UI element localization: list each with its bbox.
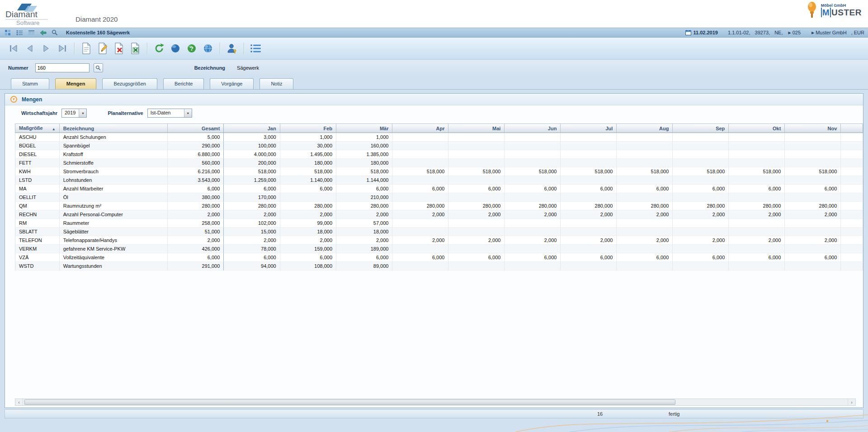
table-row[interactable]: LSTDLohnstunden3.543,0001.259,0001.140,0…	[15, 176, 863, 185]
col-header-okt[interactable]: Okt	[729, 123, 785, 133]
table-row[interactable]: OELLITÖl380,000170,000210,000	[15, 193, 863, 202]
excel-export-button[interactable]	[128, 41, 142, 56]
diamant-window: Diamant Software Diamant 2020 Möbel GmbH…	[0, 0, 868, 432]
menu-icon[interactable]	[249, 41, 263, 56]
nummer-input[interactable]	[35, 63, 90, 72]
company-name[interactable]: Muster GmbH	[816, 30, 846, 35]
app-title: Diamant 2020	[75, 15, 118, 23]
col-header-aug[interactable]: Aug	[617, 123, 673, 133]
lookup-button[interactable]	[94, 63, 103, 72]
delete-record-button[interactable]	[112, 41, 126, 56]
last-record-button[interactable]	[55, 41, 70, 56]
collapse-chevron-icon[interactable]: ▾	[10, 96, 17, 103]
region-code: NE,	[774, 30, 783, 35]
scrollbar-thumb[interactable]	[24, 399, 675, 405]
table-row[interactable]: MAAnzahl Mitarbeiter6,0006,0006,0006,000…	[15, 185, 863, 193]
table-row[interactable]: VERKMgefahrene KM Service-PKW426,00078,0…	[15, 245, 863, 253]
detail-view-icon[interactable]	[27, 29, 35, 36]
col-header-apr[interactable]: Apr	[392, 123, 448, 133]
table-row[interactable]: SBLATTSägeblätter51,00015,00018,00018,00…	[15, 228, 863, 236]
tab-bezugsgrößen[interactable]: Bezugsgrößen	[102, 78, 157, 89]
context-title: Kostenstelle 160 Sägewerk	[66, 30, 130, 35]
system-date: 11.02.2019	[693, 30, 718, 35]
table-row[interactable]: RECHNAnzahl Personal-Computer2,0002,0002…	[15, 210, 863, 219]
record-header-row: Nummer Bezeichnung Sägewerk	[0, 60, 868, 76]
table-row[interactable]: FETTSchmierstoffe560,000200,000180,00018…	[15, 159, 863, 167]
table-row[interactable]: TELEFONTelefonapparate/Handys2,0002,0002…	[15, 236, 863, 245]
planalternative-value: Ist-Daten	[148, 109, 184, 117]
svg-text:Software: Software	[16, 19, 39, 26]
tab-mengen[interactable]: Mengen	[55, 78, 97, 89]
session-number: 39273,	[755, 30, 770, 35]
site-marker-icon: ▶	[788, 31, 791, 35]
section-header: ▾ Mengen	[5, 94, 863, 105]
first-record-button[interactable]	[6, 41, 21, 56]
col-header-mär[interactable]: Mär	[336, 123, 392, 133]
quantities-table: Maßgröße▲BezeichnungGesamtJanFebMärAprMa…	[15, 123, 863, 271]
horizontal-scrollbar[interactable]: ‹ ›	[15, 399, 856, 406]
table-row[interactable]: WSTDWartungsstunden291,00094,000108,0008…	[15, 262, 863, 271]
col-header-jun[interactable]: Jun	[505, 123, 561, 133]
table-row[interactable]: RMRaummeter258,000102,00099,00057,000	[15, 219, 863, 228]
diamant-logo: Diamant Software	[5, 2, 72, 27]
next-record-button[interactable]	[39, 41, 53, 56]
planalternative-label: Planalternative	[108, 110, 143, 116]
filter-row: Wirtschaftsjahr 2019 ▼ Planalternative I…	[5, 105, 863, 121]
help-icon[interactable]: ?	[184, 41, 199, 56]
table-row[interactable]: KWHStromverbrauch6.216,000518,000518,000…	[15, 167, 863, 176]
new-record-button[interactable]	[79, 41, 94, 56]
footer	[0, 418, 868, 432]
table-row[interactable]: QMRaumnutzung m²280,000280,000280,000280…	[15, 202, 863, 210]
col-header-gesamt[interactable]: Gesamt	[168, 123, 224, 133]
col-header-jul[interactable]: Jul	[561, 123, 617, 133]
toolbar-separator	[220, 43, 220, 54]
table-row[interactable]: ASCHUAnzahl Schulungen5,0003,0001,0001,0…	[15, 133, 863, 142]
user-permissions-icon[interactable]	[225, 41, 239, 56]
dropdown-arrow-icon[interactable]: ▼	[184, 109, 192, 117]
main-toolbar: ?	[0, 38, 868, 60]
table-row[interactable]: BÜGELSpannbügel290,000100,00030,000160,0…	[15, 142, 863, 150]
tab-stamm[interactable]: Stamm	[11, 78, 49, 89]
tab-berichte[interactable]: Berichte	[163, 78, 204, 89]
wirtschaftsjahr-select[interactable]: 2019 ▼	[61, 109, 87, 118]
table-row[interactable]: VZÄVollzeitäquivalente6,0006,0006,0006,0…	[15, 253, 863, 262]
bezeichnung-value: Sägewerk	[237, 65, 259, 71]
edit-record-button[interactable]	[95, 41, 110, 56]
col-header-filler	[841, 123, 863, 133]
lamp-icon	[806, 1, 818, 19]
planalternative-select[interactable]: Ist-Daten ▼	[147, 109, 192, 118]
previous-record-button[interactable]	[23, 41, 37, 56]
bezeichnung-label: Bezeichnung	[194, 65, 225, 71]
table-body: ASCHUAnzahl Schulungen5,0003,0001,0001,0…	[15, 133, 863, 271]
tab-vorgänge[interactable]: Vorgänge	[210, 78, 254, 89]
currency-label: , EUR	[851, 30, 864, 35]
col-header-jan[interactable]: Jan	[224, 123, 280, 133]
col-header-nov[interactable]: Nov	[785, 123, 841, 133]
col-header-bezeichnung[interactable]: Bezeichnung	[60, 123, 168, 133]
col-header-mai[interactable]: Mai	[448, 123, 505, 133]
section-title: Mengen	[22, 96, 42, 103]
dropdown-arrow-icon[interactable]: ▼	[79, 109, 86, 117]
nummer-label: Nummer	[8, 65, 28, 71]
toolbar-separator	[147, 43, 147, 54]
context-bar: Kostenstelle 160 Sägewerk 11.02.2019 1.1…	[0, 28, 868, 38]
wirtschaftsjahr-value: 2019	[62, 109, 79, 117]
scroll-right-icon[interactable]: ›	[848, 399, 855, 405]
col-header-maßgröße[interactable]: Maßgröße▲	[15, 123, 60, 133]
toolbar-separator	[244, 43, 244, 54]
search-icon[interactable]	[51, 29, 59, 36]
table-row[interactable]: DIESELKraftstoff6.880,0004.000,0001.495,…	[15, 150, 863, 159]
tab-notiz[interactable]: Notiz	[259, 78, 293, 89]
scroll-left-icon[interactable]: ‹	[15, 399, 23, 405]
list-view-icon[interactable]	[15, 29, 24, 36]
apps-grid-icon[interactable]	[4, 29, 12, 36]
col-header-feb[interactable]: Feb	[280, 123, 336, 133]
tabs: StammMengenBezugsgrößenBerichteVorgängeN…	[0, 76, 868, 90]
database-icon[interactable]	[168, 41, 183, 56]
site-code[interactable]: 025	[793, 30, 801, 35]
col-header-sep[interactable]: Sep	[673, 123, 729, 133]
toolbar-separator	[74, 43, 75, 54]
back-nav-icon[interactable]	[39, 29, 47, 36]
globe-icon[interactable]	[201, 41, 215, 56]
refresh-icon[interactable]	[152, 41, 166, 56]
